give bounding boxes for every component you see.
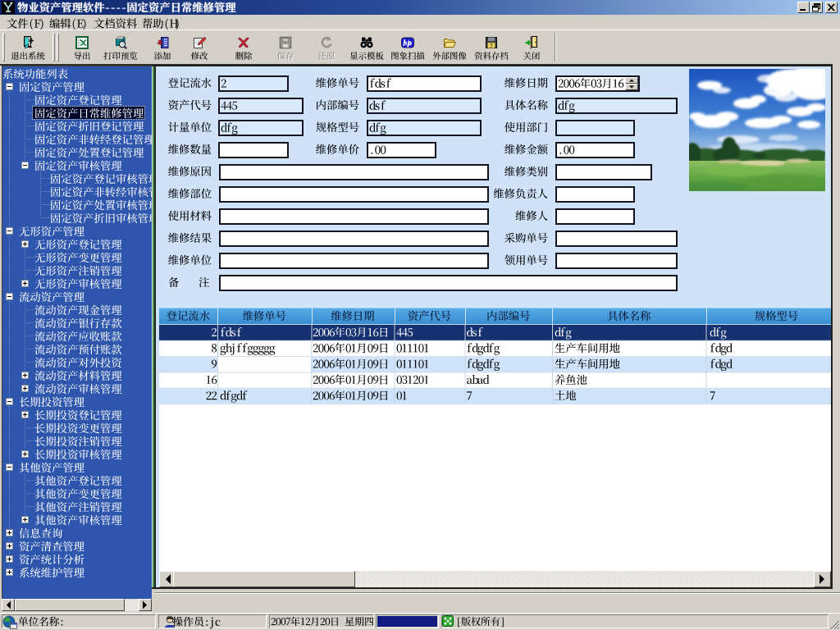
svg-text:?: ? xyxy=(490,43,493,48)
